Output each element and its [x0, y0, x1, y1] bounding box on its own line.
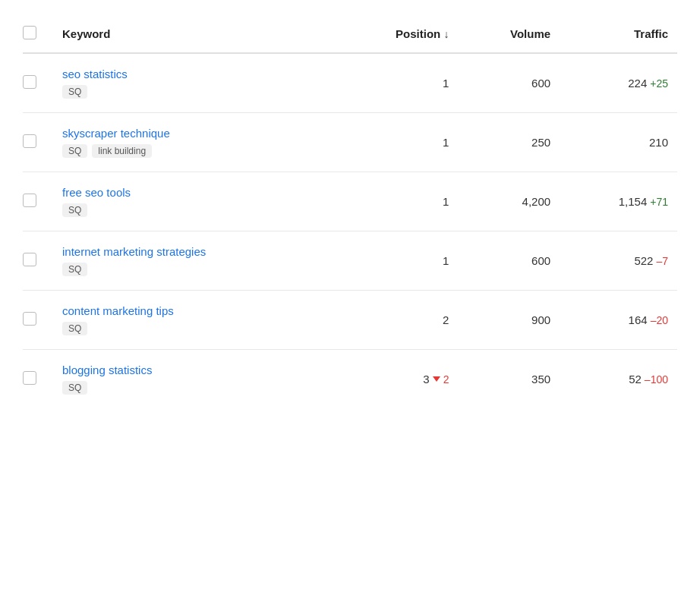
- tags-row: SQ: [62, 203, 325, 217]
- traffic-value: 52: [629, 373, 642, 386]
- position-cell: 1: [334, 53, 459, 113]
- keyword-table-container: Keyword Position ↓ Volume Traffic seo st…: [0, 0, 700, 423]
- traffic-value: 522: [634, 254, 653, 267]
- traffic-wrapper: 522–7: [569, 254, 668, 267]
- table-row: content marketing tipsSQ2900164–20: [23, 291, 677, 350]
- traffic-value: 210: [649, 136, 668, 149]
- row-checkbox-cell: [23, 350, 53, 409]
- position-value: 1: [443, 136, 449, 149]
- position-cell: 32: [334, 350, 459, 409]
- position-wrapper: 1: [343, 195, 449, 208]
- traffic-wrapper: 1,154+71: [569, 195, 668, 208]
- position-wrapper: 1: [343, 254, 449, 267]
- keyword-tag[interactable]: SQ: [62, 203, 87, 217]
- traffic-change: +71: [650, 196, 668, 208]
- tags-row: SQlink building: [62, 144, 325, 158]
- keyword-tag[interactable]: SQ: [62, 322, 87, 335]
- table-header-row: Keyword Position ↓ Volume Traffic: [23, 15, 677, 53]
- tags-row: SQ: [62, 322, 325, 335]
- position-cell: 2: [334, 291, 459, 350]
- position-value: 1: [443, 254, 449, 267]
- volume-cell: 350: [458, 350, 560, 409]
- header-checkbox-col: [23, 15, 53, 53]
- row-checkbox[interactable]: [23, 134, 36, 148]
- traffic-wrapper: 52–100: [569, 373, 668, 386]
- traffic-value: 1,154: [619, 195, 648, 208]
- position-cell: 1: [334, 231, 459, 291]
- volume-cell: 900: [458, 291, 560, 350]
- traffic-wrapper: 210: [569, 136, 668, 149]
- volume-cell: 4,200: [458, 172, 560, 231]
- keyword-table: Keyword Position ↓ Volume Traffic seo st…: [23, 15, 677, 408]
- keyword-tag[interactable]: SQ: [62, 381, 87, 395]
- position-down-arrow-icon: [433, 376, 440, 382]
- keyword-cell: free seo toolsSQ: [53, 172, 334, 231]
- keyword-link[interactable]: blogging statistics: [62, 364, 325, 376]
- row-checkbox-cell: [23, 113, 53, 172]
- keyword-cell: blogging statisticsSQ: [53, 350, 334, 409]
- table-row: blogging statisticsSQ3235052–100: [23, 350, 677, 409]
- traffic-cell: 164–20: [560, 291, 677, 350]
- header-volume: Volume: [458, 15, 560, 53]
- position-cell: 1: [334, 172, 459, 231]
- position-value: 2: [443, 313, 449, 326]
- traffic-wrapper: 224+25: [569, 77, 668, 90]
- row-checkbox[interactable]: [23, 75, 36, 89]
- tags-row: SQ: [62, 85, 325, 99]
- position-cell: 1: [334, 113, 459, 172]
- traffic-change: –100: [645, 373, 668, 386]
- keyword-link[interactable]: content marketing tips: [62, 304, 325, 317]
- position-change-value: 2: [443, 373, 449, 386]
- row-checkbox[interactable]: [23, 371, 36, 385]
- keyword-cell: internet marketing strategiesSQ: [53, 231, 334, 291]
- keyword-tag[interactable]: link building: [92, 144, 152, 158]
- select-all-checkbox[interactable]: [23, 26, 36, 39]
- position-wrapper: 32: [343, 373, 449, 386]
- traffic-wrapper: 164–20: [569, 313, 668, 326]
- row-checkbox-cell: [23, 291, 53, 350]
- traffic-change: –20: [651, 314, 668, 326]
- position-wrapper: 2: [343, 313, 449, 326]
- position-value: 3: [423, 373, 429, 386]
- position-wrapper: 1: [343, 136, 449, 149]
- row-checkbox[interactable]: [23, 194, 36, 207]
- row-checkbox-cell: [23, 231, 53, 291]
- row-checkbox[interactable]: [23, 312, 36, 326]
- traffic-cell: 224+25: [560, 53, 677, 113]
- row-checkbox-cell: [23, 172, 53, 231]
- traffic-value: 164: [629, 313, 648, 326]
- keyword-link[interactable]: skyscraper technique: [62, 127, 325, 140]
- keyword-link[interactable]: free seo tools: [62, 186, 325, 199]
- volume-cell: 250: [458, 113, 560, 172]
- keyword-link[interactable]: internet marketing strategies: [62, 245, 325, 258]
- volume-cell: 600: [458, 231, 560, 291]
- volume-cell: 600: [458, 53, 560, 113]
- tags-row: SQ: [62, 263, 325, 276]
- traffic-change: –7: [656, 255, 668, 267]
- keyword-link[interactable]: seo statistics: [62, 68, 325, 80]
- row-checkbox[interactable]: [23, 253, 36, 266]
- traffic-cell: 210: [560, 113, 677, 172]
- keyword-tag[interactable]: SQ: [62, 144, 87, 158]
- position-value: 1: [443, 77, 449, 90]
- header-keyword: Keyword: [53, 15, 334, 53]
- header-position[interactable]: Position ↓: [334, 15, 459, 53]
- traffic-value: 224: [628, 77, 647, 90]
- traffic-change: +25: [650, 77, 668, 90]
- sort-indicator-position: ↓: [443, 28, 449, 40]
- table-row: seo statisticsSQ1600224+25: [23, 53, 677, 113]
- keyword-tag[interactable]: SQ: [62, 85, 87, 99]
- keyword-cell: seo statisticsSQ: [53, 53, 334, 113]
- table-row: internet marketing strategiesSQ1600522–7: [23, 231, 677, 291]
- traffic-cell: 1,154+71: [560, 172, 677, 231]
- traffic-cell: 522–7: [560, 231, 677, 291]
- table-row: skyscraper techniqueSQlink building12502…: [23, 113, 677, 172]
- position-value: 1: [443, 195, 449, 208]
- position-wrapper: 1: [343, 77, 449, 90]
- keyword-cell: content marketing tipsSQ: [53, 291, 334, 350]
- tags-row: SQ: [62, 381, 325, 395]
- keyword-tag[interactable]: SQ: [62, 263, 87, 276]
- traffic-cell: 52–100: [560, 350, 677, 409]
- row-checkbox-cell: [23, 53, 53, 113]
- keyword-cell: skyscraper techniqueSQlink building: [53, 113, 334, 172]
